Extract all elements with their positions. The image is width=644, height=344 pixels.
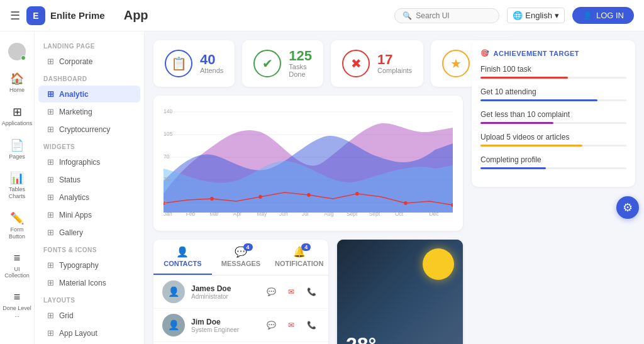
achievement-item-3: Upload 5 videos or articles xyxy=(480,133,626,147)
topnav-right: 🔍 🌐 English ▾ 👤 LOG IN xyxy=(394,7,634,24)
progress-bar-0 xyxy=(480,77,626,79)
sidebar-item-marketing[interactable]: ⊞ Marketing xyxy=(38,103,140,120)
contacts-tab-icon: 👤 xyxy=(176,246,189,258)
sidebar-item-corporate[interactable]: ⊞ Corporate xyxy=(38,53,140,70)
svg-text:Dec: Dec xyxy=(429,211,439,217)
phone-icon-2[interactable]: 📞 xyxy=(303,317,319,333)
sidebar-item-mini-apps[interactable]: ⊞ Mini Apps xyxy=(38,206,140,223)
sidebar-section-layouts: LAYOUTS xyxy=(35,292,144,306)
sidebar-corporate-label: Corporate xyxy=(59,57,92,66)
nav-home[interactable]: 🏠 Home xyxy=(0,67,34,99)
tasks-icon-circle: ✔ xyxy=(253,50,281,77)
achievement-item-2: Get less than 10 complaint xyxy=(480,110,626,124)
nav-form-label: Form Button xyxy=(3,226,31,240)
sidebar-item-typography[interactable]: ⊞ Typography xyxy=(38,257,140,274)
user-icon: 👤 xyxy=(582,11,592,20)
chat-icon-1[interactable]: 💬 xyxy=(263,284,279,300)
topnav-left: ☰ E Enlite Prime App xyxy=(10,6,387,25)
gallery-icon: ⊞ xyxy=(47,228,54,237)
crypto-icon: ⊞ xyxy=(47,125,54,134)
language-selector[interactable]: 🌐 English ▾ xyxy=(507,8,565,23)
progress-bar-1 xyxy=(480,99,626,101)
tasks-label: Tasks Done xyxy=(289,63,312,78)
sidebar-item-status[interactable]: ⊞ Status xyxy=(38,171,140,188)
contact-role-2: System Engineer xyxy=(191,326,257,333)
progress-fill-3 xyxy=(480,145,582,147)
nav-applications-label: Applications xyxy=(2,120,33,127)
attends-icon: 📋 xyxy=(171,56,187,71)
sidebar-item-analytic[interactable]: ⊞ Analytic xyxy=(38,86,140,103)
stat-attends: 📋 40 Attends xyxy=(153,40,235,87)
svg-point-10 xyxy=(404,201,408,205)
progress-fill-0 xyxy=(480,77,568,79)
search-input[interactable] xyxy=(416,11,491,20)
icon-nav: 🏠 Home ⊞ Applications 📄 Pages 📊 Tables C… xyxy=(0,31,35,344)
attends-icon-circle: 📋 xyxy=(165,50,192,77)
sidebar-section-widgets: WIDGETS xyxy=(35,138,144,153)
progress-fill-2 xyxy=(480,122,553,124)
svg-text:105: 105 xyxy=(164,131,172,137)
logo-icon: E xyxy=(26,6,45,25)
sidebar-item-infographics[interactable]: ⊞ Infographics xyxy=(38,153,140,170)
tab-notification[interactable]: 🔔 NOTIFICATION 4 xyxy=(270,240,328,275)
nav-ui-label: UI Collection xyxy=(3,266,31,280)
tasks-number: 125 xyxy=(289,49,312,63)
sidebar-item-gallery[interactable]: ⊞ Gallery xyxy=(38,224,140,241)
avatar xyxy=(8,43,26,60)
nav-pages-label: Pages xyxy=(9,153,25,160)
topnav-logo: E Enlite Prime xyxy=(26,6,105,25)
sidebar-item-analytics[interactable]: ⊞ Analytics xyxy=(38,189,140,206)
search-bar[interactable]: 🔍 xyxy=(394,8,499,23)
sidebar-item-grid[interactable]: ⊞ Grid xyxy=(38,307,140,324)
nav-applications[interactable]: ⊞ Applications xyxy=(0,100,34,132)
achievement-item-4: Completing profile xyxy=(480,155,626,169)
svg-text:Sept: Sept xyxy=(369,211,380,217)
sidebar-item-material-icons[interactable]: ⊞ Material Icons xyxy=(38,274,140,291)
material-icons-icon: ⊞ xyxy=(47,278,54,287)
login-button[interactable]: 👤 LOG IN xyxy=(572,7,634,24)
sidebar-item-cryptocurrency[interactable]: ⊞ Cryptocurrency xyxy=(38,121,140,138)
float-action-button[interactable]: ⚙ xyxy=(616,196,639,219)
stat-tasks: ✔ 125 Tasks Done xyxy=(242,40,323,87)
achievement-label-2: Get less than 10 complaint xyxy=(480,110,626,119)
analytics-icon: ⊞ xyxy=(47,192,54,202)
progress-fill-1 xyxy=(480,99,597,101)
svg-text:Aug: Aug xyxy=(324,211,333,217)
nav-done-level[interactable]: ≡ Done Level ... xyxy=(0,286,34,324)
nav-form-button[interactable]: ✏️ Form Button xyxy=(0,206,34,245)
status-icon: ⊞ xyxy=(47,175,54,184)
hamburger-icon[interactable]: ☰ xyxy=(10,9,20,23)
tab-contacts[interactable]: 👤 CONTACTS xyxy=(153,240,212,275)
flag-icon: 🌐 xyxy=(513,11,523,20)
progress-bar-2 xyxy=(480,122,626,124)
applications-icon: ⊞ xyxy=(13,105,22,119)
infographics-icon: ⊞ xyxy=(47,157,54,167)
progress-bar-4 xyxy=(480,167,626,169)
mail-icon-2[interactable]: ✉ xyxy=(283,317,299,333)
content-area: 📋 40 Attends ✔ 125 Tasks Done xyxy=(145,31,644,344)
login-label: LOG IN xyxy=(596,11,624,20)
phone-icon-1[interactable]: 📞 xyxy=(303,284,319,300)
nav-ui-collection[interactable]: ≡ UI Collection xyxy=(0,247,34,285)
notification-badge: 4 xyxy=(301,243,311,251)
sidebar-item-app-layout[interactable]: ⊞ App Layout xyxy=(38,325,140,341)
complaints-number: 17 xyxy=(377,53,412,67)
tab-messages[interactable]: 💬 MESSAGES 4 xyxy=(212,240,270,275)
achievement-card: 🎯 ACHIEVEMENT TARGET Finish 100 task Get… xyxy=(472,40,635,187)
main-layout: 🏠 Home ⊞ Applications 📄 Pages 📊 Tables C… xyxy=(0,31,644,344)
nav-tables-charts[interactable]: 📊 Tables Charts xyxy=(0,166,34,205)
tabs-header: 👤 CONTACTS 💬 MESSAGES 4 🔔 NOTIFICATION 4 xyxy=(153,240,328,275)
stat-attends-info: 40 Attends xyxy=(200,53,223,74)
chat-icon-2[interactable]: 💬 xyxy=(263,317,279,333)
svg-text:35: 35 xyxy=(164,176,170,182)
nav-pages[interactable]: 📄 Pages xyxy=(0,133,34,165)
sidebar-material-label: Material Icons xyxy=(59,279,106,287)
achievement-item-0: Finish 100 task xyxy=(480,65,626,79)
weather-temp: 28° xyxy=(346,333,454,344)
right-panel: 🎯 ACHIEVEMENT TARGET Finish 100 task Get… xyxy=(472,40,635,335)
referrals-icon: ★ xyxy=(450,56,462,71)
referrals-icon-circle: ★ xyxy=(442,50,470,77)
mail-icon-1[interactable]: ✉ xyxy=(283,284,299,300)
grid-icon: ⊞ xyxy=(47,311,54,320)
analytics-chart: Jan Feb Mar Apr May Jun Jul Aug Sept Sep… xyxy=(164,106,453,219)
